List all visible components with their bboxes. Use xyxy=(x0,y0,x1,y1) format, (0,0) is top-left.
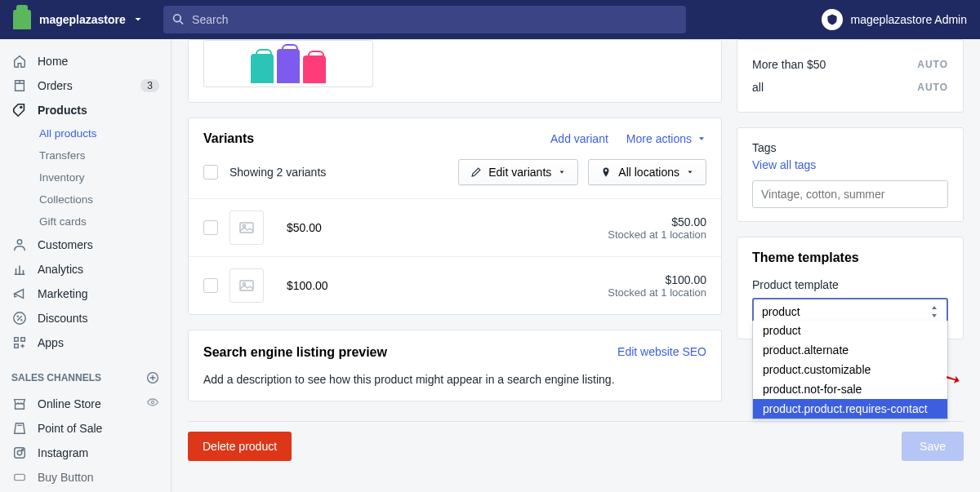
variant-checkbox[interactable] xyxy=(203,220,218,235)
more-actions-link[interactable]: More actions xyxy=(626,132,706,145)
media-card xyxy=(188,39,722,103)
variants-card: Variants Add variant More actions Showin… xyxy=(188,117,722,315)
svg-rect-12 xyxy=(240,223,253,233)
view-all-tags-link[interactable]: View all tags xyxy=(752,158,816,171)
marketing-icon xyxy=(11,286,28,301)
tags-input[interactable] xyxy=(752,180,948,208)
template-option[interactable]: product xyxy=(753,321,947,340)
nav-orders[interactable]: Orders 3 xyxy=(0,73,171,98)
seo-title: Search engine listing preview xyxy=(203,345,387,360)
variant-title: $50.00 xyxy=(287,221,322,234)
nav-gift-cards[interactable]: Gift cards xyxy=(0,211,171,233)
footer-actions: Delete product Save xyxy=(188,421,964,461)
image-placeholder-icon xyxy=(229,211,264,245)
variant-title: $100.00 xyxy=(287,279,328,292)
analytics-icon xyxy=(11,262,28,277)
nav-discounts[interactable]: Discounts xyxy=(0,306,171,330)
template-selected: product xyxy=(762,305,800,318)
svg-rect-11 xyxy=(15,474,25,480)
svg-point-10 xyxy=(22,450,24,451)
nav-home[interactable]: Home xyxy=(0,49,171,73)
nav-transfers[interactable]: Transfers xyxy=(0,144,171,166)
variant-price: $50.00 xyxy=(608,215,706,228)
variant-row[interactable]: $100.00 $100.00 Stocked at 1 location xyxy=(189,257,721,314)
pos-icon xyxy=(11,421,28,436)
nav-inventory[interactable]: Inventory xyxy=(0,166,171,188)
nav-pos[interactable]: Point of Sale xyxy=(0,416,171,441)
variant-checkbox[interactable] xyxy=(203,278,218,293)
nav-instagram[interactable]: Instagram xyxy=(0,441,171,465)
products-icon xyxy=(11,103,28,117)
pencil-icon xyxy=(470,166,482,178)
nav-apps[interactable]: Apps xyxy=(0,330,171,355)
chevron-down-icon xyxy=(132,14,144,25)
nav-marketing[interactable]: Marketing xyxy=(0,281,171,306)
seo-card: Search engine listing preview Edit websi… xyxy=(188,330,722,401)
buy-button-icon xyxy=(11,470,28,485)
image-placeholder-icon xyxy=(229,268,264,303)
store-icon xyxy=(11,397,28,411)
variant-row[interactable]: $50.00 $50.00 Stocked at 1 location xyxy=(189,199,721,257)
variant-stock: Stocked at 1 location xyxy=(608,228,706,241)
template-label: Product template xyxy=(752,278,948,291)
svg-rect-14 xyxy=(240,281,253,290)
add-channel-icon[interactable] xyxy=(146,371,159,384)
nav-all-products[interactable]: All products xyxy=(0,122,171,144)
templates-title: Theme templates xyxy=(752,250,948,265)
delete-product-button[interactable]: Delete product xyxy=(188,432,292,461)
template-option-highlighted[interactable]: product.product.requires-contact xyxy=(753,399,947,419)
collection-name: all xyxy=(752,81,764,94)
tags-title: Tags xyxy=(752,141,948,154)
svg-point-0 xyxy=(20,107,22,109)
apps-icon xyxy=(11,335,28,350)
svg-point-7 xyxy=(151,401,154,403)
collections-card: More than $50 AUTO all AUTO xyxy=(737,39,964,113)
collection-name: More than $50 xyxy=(752,58,826,71)
template-option[interactable]: product.not-for-sale xyxy=(753,379,947,399)
template-dropdown: product product.alternate product.custom… xyxy=(752,321,948,419)
media-preview[interactable] xyxy=(203,40,373,87)
svg-point-1 xyxy=(17,240,21,244)
variant-stock: Stocked at 1 location xyxy=(608,286,706,299)
top-bar: mageplazastore mageplazastore Admin xyxy=(0,0,980,39)
edit-variants-button[interactable]: Edit variants xyxy=(458,159,578,185)
tags-card: Tags View all tags xyxy=(737,127,964,222)
store-switcher[interactable]: mageplazastore xyxy=(39,13,144,26)
svg-point-15 xyxy=(243,283,246,286)
nav-products[interactable]: Products xyxy=(0,98,171,122)
edit-seo-link[interactable]: Edit website SEO xyxy=(617,345,706,360)
main-content: Variants Add variant More actions Showin… xyxy=(172,39,980,492)
svg-rect-3 xyxy=(15,338,19,342)
avatar-icon xyxy=(822,9,843,30)
nav-online-store[interactable]: Online Store xyxy=(0,391,171,416)
product-image-icon xyxy=(251,49,326,86)
select-all-checkbox[interactable] xyxy=(203,165,218,180)
store-name: mageplazastore xyxy=(39,13,126,26)
seo-description: Add a description to see how this produc… xyxy=(203,373,706,386)
admin-menu[interactable]: mageplazastore Admin xyxy=(822,9,967,30)
add-variant-link[interactable]: Add variant xyxy=(550,132,608,145)
nav-analytics[interactable]: Analytics xyxy=(0,257,171,281)
theme-templates-card: Theme templates Product template product… xyxy=(737,237,964,339)
eye-icon[interactable] xyxy=(146,396,159,411)
caret-down-icon xyxy=(686,168,694,176)
template-option[interactable]: product.alternate xyxy=(753,340,947,360)
svg-point-13 xyxy=(243,225,246,228)
variants-title: Variants xyxy=(203,131,254,146)
caret-down-icon xyxy=(558,168,566,176)
search-input[interactable] xyxy=(192,13,678,26)
save-button[interactable]: Save xyxy=(902,432,964,461)
sidebar: Home Orders 3 Products All products Tran… xyxy=(0,39,172,492)
template-option[interactable]: product.customizable xyxy=(753,360,947,379)
nav-buy-button[interactable]: Buy Button xyxy=(0,465,171,490)
svg-rect-5 xyxy=(15,344,19,348)
orders-icon xyxy=(11,78,28,93)
search-bar[interactable] xyxy=(163,6,686,33)
location-filter-button[interactable]: All locations xyxy=(588,159,706,185)
admin-name: mageplazastore Admin xyxy=(851,13,967,26)
nav-collections[interactable]: Collections xyxy=(0,188,171,211)
instagram-icon xyxy=(11,445,28,460)
showing-text: Showing 2 variants xyxy=(229,166,326,179)
home-icon xyxy=(11,54,28,69)
nav-customers[interactable]: Customers xyxy=(0,233,171,257)
